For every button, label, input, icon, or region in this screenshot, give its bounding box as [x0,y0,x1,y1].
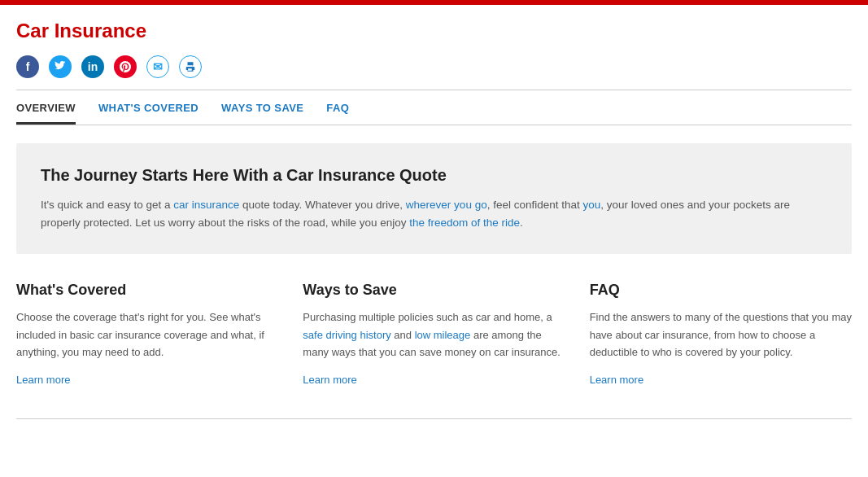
twitter-icon[interactable] [49,55,72,78]
col-whats-covered-text: Choose the coverage that's right for you… [16,309,278,361]
col-ways-to-save-title: Ways to Save [303,282,565,299]
pinterest-icon[interactable] [114,55,137,78]
col-ways-to-save-text: Purchasing multiple policies such as car… [303,309,565,361]
three-col-section: What's Covered Choose the coverage that'… [16,274,852,401]
tab-overview[interactable]: OVERVIEW [16,90,76,125]
col-faq: FAQ Find the answers to many of the ques… [590,282,852,385]
page-title: Car Insurance [16,5,852,50]
tab-faq[interactable]: FAQ [326,90,349,125]
col-whats-covered-learn-more[interactable]: Learn more [16,374,70,386]
hero-title: The Journey Starts Here With a Car Insur… [41,166,827,185]
tab-whats-covered[interactable]: WHAT'S COVERED [98,90,198,125]
hero-box: The Journey Starts Here With a Car Insur… [16,143,852,254]
social-icons-bar: f in ✉ [16,50,852,90]
footer-divider [16,418,852,419]
tabs-nav: OVERVIEW WHAT'S COVERED WAYS TO SAVE FAQ [16,90,852,125]
col-ways-to-save: Ways to Save Purchasing multiple policie… [303,282,589,385]
tab-ways-to-save[interactable]: WAYS TO SAVE [221,90,303,125]
col-faq-text: Find the answers to many of the question… [590,309,852,361]
email-icon[interactable]: ✉ [146,55,169,78]
col-whats-covered: What's Covered Choose the coverage that'… [16,282,303,385]
linkedin-icon[interactable]: in [81,55,104,78]
col-ways-to-save-learn-more[interactable]: Learn more [303,374,356,386]
print-icon[interactable] [179,55,202,78]
hero-text: It's quick and easy to get a car insuran… [41,196,827,231]
col-whats-covered-title: What's Covered [16,282,278,299]
facebook-icon[interactable]: f [16,55,39,78]
col-faq-learn-more[interactable]: Learn more [590,374,643,386]
col-faq-title: FAQ [590,282,852,299]
